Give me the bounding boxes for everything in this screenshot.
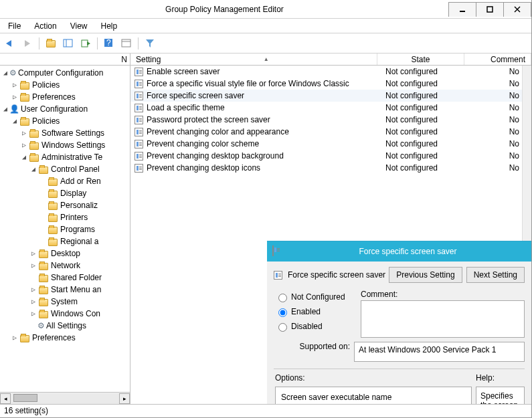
menu-view[interactable]: View <box>65 20 93 32</box>
expand-icon[interactable]: ▷ <box>29 249 37 257</box>
tree-shared-folders[interactable]: Shared Folder <box>0 272 130 284</box>
help-button[interactable]: ? <box>102 36 116 51</box>
tree-label: Preferences <box>31 92 77 102</box>
list-row[interactable]: Prevent changing color and appearanceNot… <box>130 126 531 138</box>
menu-action[interactable]: Action <box>29 20 62 32</box>
policy-icon <box>274 271 282 280</box>
menu-file[interactable]: File <box>3 20 26 32</box>
tree-regional[interactable]: Regional a <box>0 235 130 247</box>
list-row[interactable]: Enable screen saverNot configuredNo <box>130 66 531 78</box>
col-state-label: State <box>411 55 430 64</box>
list-row[interactable]: Prevent changing color schemeNot configu… <box>130 138 531 150</box>
tree-windows-components[interactable]: ▷Windows Con <box>0 308 130 320</box>
window-title: Group Policy Management Editor <box>0 5 449 14</box>
expand-icon[interactable]: ◢ <box>29 165 37 173</box>
scroll-right-button[interactable]: ▸ <box>119 393 130 404</box>
menu-bar: File Action View Help <box>0 19 531 33</box>
tree-personalization[interactable]: Personaliz <box>0 199 130 211</box>
tree-body[interactable]: ◢⚙Computer Configuration ▷Policies ▷Pref… <box>0 66 130 392</box>
scroll-thumb[interactable] <box>13 394 37 402</box>
tree-admin-templates[interactable]: ◢Administrative Te <box>0 151 130 163</box>
tree-desktop[interactable]: ▷Desktop <box>0 247 130 259</box>
tree-add-remove[interactable]: Add or Ren <box>0 175 130 187</box>
tree-uc-prefs[interactable]: ▷Preferences <box>0 332 130 344</box>
row-setting: Prevent changing desktop icons <box>147 163 385 173</box>
expand-icon[interactable]: ▷ <box>11 93 19 101</box>
row-state: Not configured <box>385 151 472 161</box>
tree-start-menu[interactable]: ▷Start Menu an <box>0 284 130 296</box>
folder-icon <box>39 275 48 282</box>
expand-icon[interactable]: ▷ <box>20 129 28 137</box>
tree-programs[interactable]: Programs <box>0 223 130 235</box>
folder-icon <box>20 94 29 102</box>
tree-header[interactable]: N <box>0 54 130 66</box>
expand-icon[interactable]: ◢ <box>20 153 28 161</box>
folder-icon <box>48 203 58 210</box>
radio-not-configured[interactable]: Not Configured <box>275 290 361 304</box>
tree-printers[interactable]: Printers <box>0 211 130 223</box>
expand-icon[interactable]: ▷ <box>11 334 19 342</box>
policy-icon <box>133 116 144 124</box>
svg-marker-5 <box>25 40 30 47</box>
tree-h-scrollbar[interactable]: ◂ ▸ <box>0 392 130 404</box>
list-row[interactable]: Force a specific visual style file or fo… <box>130 78 531 90</box>
close-button[interactable] <box>503 2 531 17</box>
export-list-button[interactable] <box>78 36 93 51</box>
expand-icon[interactable]: ▷ <box>11 81 19 89</box>
tree-uc-policies[interactable]: ◢Policies <box>0 115 130 127</box>
list-row[interactable]: Prevent changing desktop backgroundNot c… <box>130 150 531 162</box>
col-state[interactable]: State <box>377 54 464 65</box>
filter-button[interactable] <box>143 36 157 51</box>
tree-system[interactable]: ▷System <box>0 296 130 308</box>
policy-icon <box>272 246 283 257</box>
tree-label: Start Menu an <box>50 285 102 294</box>
minimize-button[interactable] <box>448 2 476 17</box>
tree-user-config[interactable]: ◢👤User Configuration <box>0 103 130 115</box>
tree-network[interactable]: ▷Network <box>0 259 130 272</box>
radio-enabled[interactable]: Enabled <box>275 304 361 319</box>
tree-cc-policies[interactable]: ▷Policies <box>0 79 130 91</box>
show-hide-tree-button[interactable] <box>61 36 76 51</box>
menu-help[interactable]: Help <box>96 20 123 32</box>
tree-windows-settings[interactable]: ▷Windows Settings <box>0 139 130 151</box>
tree-cc-prefs[interactable]: ▷Preferences <box>0 91 130 103</box>
tree-all-settings[interactable]: ⚙All Settings <box>0 320 130 332</box>
up-folder-button[interactable] <box>43 36 58 51</box>
options-panel: Screen saver executable name <box>275 387 472 404</box>
row-setting: Password protect the screen saver <box>147 115 385 124</box>
expand-icon[interactable]: ▷ <box>29 310 37 318</box>
tree-software-settings[interactable]: ▷Software Settings <box>0 127 130 139</box>
expand-icon[interactable]: ▷ <box>29 262 37 270</box>
next-setting-button[interactable]: Next Setting <box>466 267 525 283</box>
tree-control-panel[interactable]: ◢Control Panel <box>0 163 130 175</box>
expand-icon[interactable]: ▷ <box>29 286 37 294</box>
list-row[interactable]: Prevent changing desktop iconsNot config… <box>130 162 531 174</box>
expand-icon[interactable]: ◢ <box>1 69 9 77</box>
svg-rect-6 <box>64 39 72 47</box>
tree-display[interactable]: Display <box>0 187 130 199</box>
tree-computer-config[interactable]: ◢⚙Computer Configuration <box>0 67 130 79</box>
tree-label: Regional a <box>59 237 100 246</box>
list-row[interactable]: Load a specific themeNot configuredNo <box>130 102 531 114</box>
list-row[interactable]: Force specific screen saverNot configure… <box>130 90 531 102</box>
expand-icon[interactable]: ◢ <box>1 105 9 113</box>
expand-icon[interactable]: ▷ <box>29 298 37 306</box>
help-text: Specifies the screen saver for the user'… <box>480 391 520 404</box>
row-state: Not configured <box>385 139 472 148</box>
back-button[interactable] <box>3 36 17 51</box>
col-setting[interactable]: Setting▲ <box>130 54 377 65</box>
scroll-left-button[interactable]: ◂ <box>0 393 11 404</box>
comment-textarea[interactable] <box>361 300 525 338</box>
properties-button[interactable] <box>119 36 134 51</box>
scroll-track[interactable] <box>11 393 119 404</box>
previous-setting-button[interactable]: Previous Setting <box>389 267 462 283</box>
expand-icon[interactable]: ◢ <box>11 117 19 125</box>
tree-label: Programs <box>59 225 96 234</box>
expand-icon[interactable]: ▷ <box>20 141 28 149</box>
list-row[interactable]: Password protect the screen saverNot con… <box>130 114 531 126</box>
maximize-button[interactable] <box>476 2 504 17</box>
forward-button[interactable] <box>20 36 35 51</box>
folder-up-icon <box>46 40 56 47</box>
col-comment[interactable]: Comment <box>464 54 531 65</box>
radio-disabled[interactable]: Disabled <box>275 319 361 334</box>
